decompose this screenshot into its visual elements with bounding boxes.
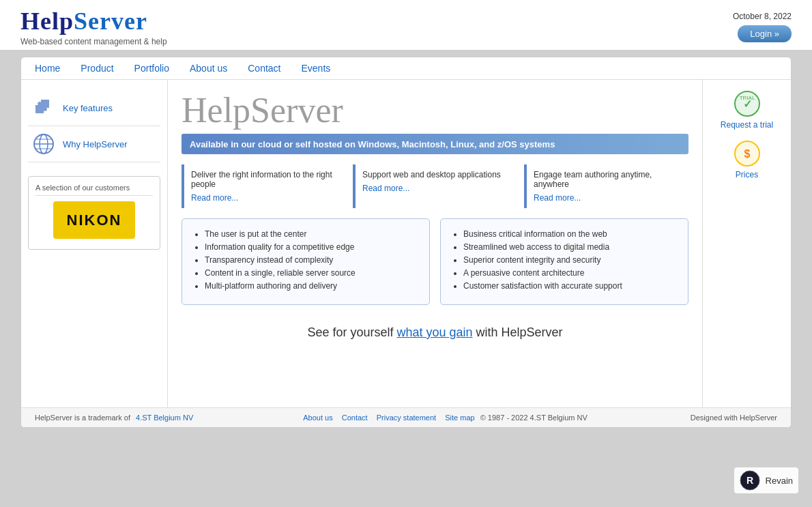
see-link[interactable]: what you gain (396, 325, 472, 339)
revain-label: Revain (766, 476, 793, 486)
trademark-text: HelpServer is a trademark of (35, 414, 132, 422)
feature-left-4: Multi-platform authoring and delivery (205, 281, 419, 291)
sidebar-item-key-features[interactable]: Key features (28, 90, 160, 126)
revain-badge: R Revain (734, 467, 798, 493)
login-button[interactable]: Login » (738, 25, 792, 42)
feature-boxes: The user is put at the center Informatio… (182, 218, 688, 305)
top-right: October 8, 2022 Login » (733, 12, 792, 42)
trial-icon: ✓ TRIAL (734, 90, 761, 117)
feature-left-1: Information quality for a competitive ed… (205, 242, 419, 252)
nav-product[interactable]: Product (81, 63, 113, 74)
nikon-logo: NIKON (53, 201, 135, 239)
top-bar: HelpServer Web-based content management … (0, 0, 812, 50)
right-sidebar: ✓ TRIAL Request a trial $ Prices (702, 80, 791, 407)
col-block-1: Support web and desktop applications Rea… (353, 164, 517, 208)
read-more-0[interactable]: Read more... (191, 193, 339, 203)
nav-events[interactable]: Events (301, 63, 330, 74)
feature-left-3: Content in a single, reliable server sou… (205, 268, 419, 278)
feature-right-2: Superior content integrity and security (463, 255, 678, 265)
col-text-0: Deliver the right information to the rig… (191, 170, 339, 189)
footer: HelpServer is a trademark of 4.ST Belgiu… (21, 407, 791, 427)
footer-links: About us Contact Privacy statement Site … (300, 414, 588, 422)
feature-list-left: The user is put at the center Informatio… (192, 229, 419, 291)
svg-text:$: $ (744, 148, 750, 160)
nav-contact[interactable]: Contact (248, 63, 280, 74)
date-text: October 8, 2022 (733, 12, 792, 21)
puzzle-icon (31, 96, 56, 120)
sidebar: Key features Why HelpServer A selection … (21, 80, 168, 407)
footer-designed: Designed with HelpServer (691, 414, 777, 422)
nav-about[interactable]: About us (190, 63, 227, 74)
customers-box: A selection of our customers NIKON (28, 176, 160, 250)
why-helpserver-label: Why HelpServer (63, 139, 128, 149)
key-features-label: Key features (63, 103, 113, 113)
sidebar-item-why-helpserver[interactable]: Why HelpServer (28, 126, 160, 162)
globe-icon (31, 132, 56, 156)
col-block-0: Deliver the right information to the rig… (182, 164, 346, 208)
svg-text:TRIAL: TRIAL (739, 95, 755, 101)
feature-right-0: Business critical information on the web (463, 229, 678, 239)
see-prefix: See for yourself (307, 325, 396, 339)
logo-title: HelpServer (20, 7, 167, 35)
main-title: HelpServer (182, 90, 688, 130)
content-area: Key features Why HelpServer A selection … (21, 80, 791, 407)
prices-label: Prices (736, 170, 758, 179)
footer-contact[interactable]: Contact (342, 414, 368, 422)
nav-home[interactable]: Home (35, 63, 60, 74)
footer-about[interactable]: About us (303, 414, 332, 422)
trademark-link[interactable]: 4.ST Belgium NV (136, 414, 193, 422)
customers-title: A selection of our customers (35, 184, 153, 196)
feature-right-1: Streamlined web access to digital media (463, 242, 678, 252)
main-content: HelpServer Available in our cloud or sel… (168, 80, 702, 407)
see-suffix: with HelpServer (473, 325, 563, 339)
col-text-2: Engage team authoring anytime, anywhere (534, 170, 682, 189)
svg-text:R: R (746, 475, 753, 486)
footer-trademark: HelpServer is a trademark of 4.ST Belgiu… (35, 414, 197, 422)
main-container: Home Product Portfolio About us Contact … (20, 57, 792, 428)
feature-box-left: The user is put at the center Informatio… (182, 218, 430, 305)
read-more-1[interactable]: Read more... (362, 184, 510, 193)
feature-right-4: Customer satisfaction with accurate supp… (463, 281, 678, 291)
prices-icon: $ (734, 140, 761, 167)
feature-list-right: Business critical information on the web… (451, 229, 678, 291)
request-trial-item[interactable]: ✓ TRIAL Request a trial (710, 90, 784, 130)
feature-right-3: A persuasive content architecture (463, 268, 678, 278)
feature-box-right: Business critical information on the web… (440, 218, 688, 305)
available-bar: Available in our cloud or self hosted on… (182, 134, 688, 154)
available-text: Available in our cloud or self hosted on… (190, 139, 555, 149)
logo-area: HelpServer Web-based content management … (20, 7, 167, 46)
see-section: See for yourself what you gain with Help… (182, 319, 688, 347)
nav-portfolio[interactable]: Portfolio (134, 63, 169, 74)
read-more-2[interactable]: Read more... (534, 193, 682, 203)
feature-left-0: The user is put at the center (205, 229, 419, 239)
prices-item[interactable]: $ Prices (710, 140, 784, 179)
nikon-text: NIKON (67, 212, 122, 229)
revain-icon: R (740, 470, 760, 491)
footer-sitemap[interactable]: Site map (445, 414, 474, 422)
col-block-2: Engage team authoring anytime, anywhere … (524, 164, 688, 208)
three-columns: Deliver the right information to the rig… (182, 164, 688, 208)
footer-privacy[interactable]: Privacy statement (377, 414, 436, 422)
col-text-1: Support web and desktop applications (362, 170, 510, 179)
footer-copyright: © 1987 - 2022 4.ST Belgium NV (480, 414, 588, 422)
trial-label: Request a trial (721, 120, 773, 130)
logo-subtitle: Web-based content management & help (20, 37, 167, 46)
feature-left-2: Transparency instead of complexity (205, 255, 419, 265)
nav-bar: Home Product Portfolio About us Contact … (21, 57, 791, 80)
